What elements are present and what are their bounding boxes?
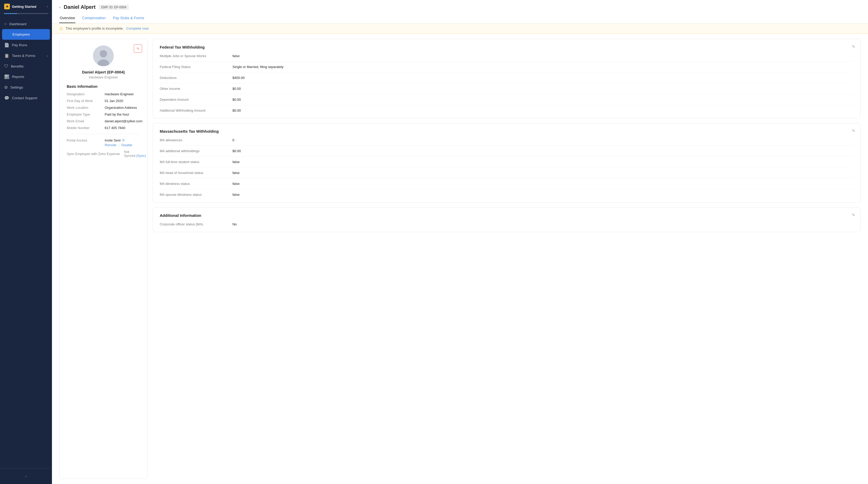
logo-icon: ★ [4, 4, 10, 9]
ma-tax-edit-button[interactable]: ✎ [852, 129, 855, 133]
tax-row-filing-status: Federal Filing Status Single or Married,… [160, 65, 854, 72]
portal-status-text: Invite Sent [105, 138, 121, 142]
tax-field-label: Corporate officer status (MA) [160, 222, 227, 226]
edit-icon: ✎ [852, 44, 855, 49]
tax-field-value: $0.00 [232, 108, 241, 112]
alert-icon: ⚠ [59, 26, 63, 31]
sidebar-collapse-button[interactable]: ‹ [0, 472, 52, 481]
portal-label: Portal Access [67, 138, 100, 142]
sidebar-footer: ‹ [0, 468, 52, 484]
tax-field-label: MA blindness status [160, 182, 227, 186]
avatar-container [67, 45, 140, 66]
info-label: Work Location [67, 106, 100, 109]
tax-row-ma-blindness: MA blindness status false [160, 182, 854, 189]
tax-field-value: $0.00 [232, 87, 241, 91]
disable-link[interactable]: Disable [121, 143, 132, 147]
tax-field-value: false [232, 54, 240, 58]
info-row-mobile: Mobile Number 617 405 7840 [67, 126, 140, 130]
portal-actions: Reinvite | Disable [105, 143, 132, 147]
portal-access-row: Portal Access Invite Sent ⟳ Reinvite | D… [67, 138, 140, 147]
tax-field-value: $400.00 [232, 76, 245, 80]
sidebar-item-label: Taxes & Forms [12, 54, 35, 58]
tax-row-ma-student: MA full-time student status false [160, 160, 854, 167]
info-row-work-email: Work Email daniel.alpert@zylker.com [67, 119, 140, 123]
settings-icon: ⚙ [4, 85, 8, 90]
benefits-icon: 🛡 [4, 64, 8, 69]
sidebar-brand: ★ Getting Started [4, 4, 36, 9]
sidebar-header[interactable]: ★ Getting Started › [0, 0, 52, 13]
tax-row-corporate-officer: Corporate officer status (MA) No [160, 222, 854, 226]
expand-icon: › [47, 54, 48, 57]
contact-support-icon: 💬 [4, 96, 9, 100]
federal-tax-edit-button[interactable]: ✎ [852, 44, 855, 49]
tax-panels: Federal Tax Withholding ✎ Multiple Jobs … [153, 39, 861, 479]
divider [67, 134, 140, 134]
info-value: Organization Address [105, 106, 137, 109]
tax-field-value: 0 [232, 138, 234, 142]
additional-info-title: Additional Information [160, 213, 854, 218]
sidebar-item-contact-support[interactable]: 💬 Contact Support [0, 93, 52, 103]
sidebar-item-reports[interactable]: 📊 Reports [0, 71, 52, 82]
info-value: 01 Jan 2020 [105, 99, 123, 103]
sidebar-item-taxes-forms[interactable]: 📋 Taxes & Forms › [0, 51, 52, 61]
info-value: Hardware Engineer [105, 92, 134, 96]
edit-photo-button[interactable]: ✎ [134, 44, 142, 53]
sidebar-nav: ○ Dashboard 👤 Employees 📄 Pay Runs 📋 Tax… [0, 17, 52, 468]
sync-row: Sync Employee with Zoho Expense Not Sync… [67, 150, 140, 158]
tax-field-label: Other Income [160, 87, 227, 91]
sidebar-item-label: Settings [10, 86, 23, 89]
profile-name: Daniel Alpert (EP-0004) [67, 70, 140, 74]
portal-separator: | [118, 143, 119, 147]
sidebar-item-settings[interactable]: ⚙ Settings [0, 82, 52, 93]
sidebar-item-label: Contact Support [12, 96, 37, 100]
sync-link[interactable]: (Sync) [136, 154, 146, 158]
tax-row-ma-household: MA head of household status false [160, 171, 854, 179]
tax-field-label: MA additional withholdings [160, 149, 227, 153]
tax-field-label: Dependent Amount [160, 98, 227, 101]
portal-status: Invite Sent ⟳ [105, 138, 132, 142]
tax-row-multiple-jobs: Multiple Jobs or Spouse Works false [160, 54, 854, 62]
reinvite-link[interactable]: Reinvite [105, 143, 116, 147]
tab-compensation[interactable]: Compensation [82, 13, 106, 23]
tax-row-ma-spouse-blindness: MA spouse blindness status false [160, 193, 854, 197]
sidebar-item-dashboard[interactable]: ○ Dashboard [0, 19, 52, 29]
tax-row-deductions: Deductions $400.00 [160, 76, 854, 83]
svg-point-1 [100, 50, 107, 57]
tax-field-value: false [232, 193, 240, 197]
additional-info-edit-button[interactable]: ✎ [852, 213, 855, 217]
sidebar-expand-icon[interactable]: › [47, 5, 48, 8]
tax-row-ma-additional: MA additional withholdings $0.00 [160, 149, 854, 157]
tax-field-label: Federal Filing Status [160, 65, 227, 69]
tax-field-value: false [232, 182, 240, 186]
tax-field-value: $0.00 [232, 149, 241, 153]
emp-id-badge: EMP. ID: EP-0004 [99, 5, 129, 10]
complete-now-link[interactable]: Complete now [126, 27, 149, 30]
federal-tax-panel: Federal Tax Withholding ✎ Multiple Jobs … [153, 39, 861, 119]
sidebar-item-employees[interactable]: 👤 Employees [2, 29, 50, 40]
info-label: Employee Type [67, 112, 100, 116]
info-label: Designation [67, 92, 100, 96]
tab-bar: Overview Compensation Pay Stubs & Forms [59, 13, 861, 23]
ma-tax-title: Massachusetts Tax Withholding [160, 129, 854, 133]
tax-field-value: Single or Married, filing separately [232, 65, 284, 69]
sidebar-item-pay-runs[interactable]: 📄 Pay Runs [0, 40, 52, 51]
edit-photo-icon: ✎ [136, 47, 140, 51]
info-value: 617 405 7840 [105, 126, 125, 130]
tax-field-value: false [232, 171, 240, 175]
tax-field-value: $0.00 [232, 98, 241, 101]
tax-row-dependent-amount: Dependent Amount $0.00 [160, 98, 854, 105]
tax-field-label: Additional Withholding Amount [160, 108, 227, 112]
reports-icon: 📊 [4, 74, 9, 79]
basic-info-title: Basic Information [67, 85, 140, 89]
tab-pay-stubs-forms[interactable]: Pay Stubs & Forms [113, 13, 145, 23]
page-header-top: ‹ Daniel Alpert EMP. ID: EP-0004 [59, 4, 861, 10]
sidebar-title: Getting Started [12, 5, 36, 8]
avatar [93, 45, 114, 66]
sidebar: ★ Getting Started › ○ Dashboard 👤 Employ… [0, 0, 52, 484]
edit-icon: ✎ [852, 213, 855, 217]
progress-bar [4, 13, 48, 14]
alert-banner: ⚠ This employee's profile is incomplete.… [52, 23, 868, 34]
sidebar-item-benefits[interactable]: 🛡 Benefits [0, 61, 52, 71]
back-button[interactable]: ‹ [59, 5, 61, 10]
tab-overview[interactable]: Overview [59, 13, 75, 23]
